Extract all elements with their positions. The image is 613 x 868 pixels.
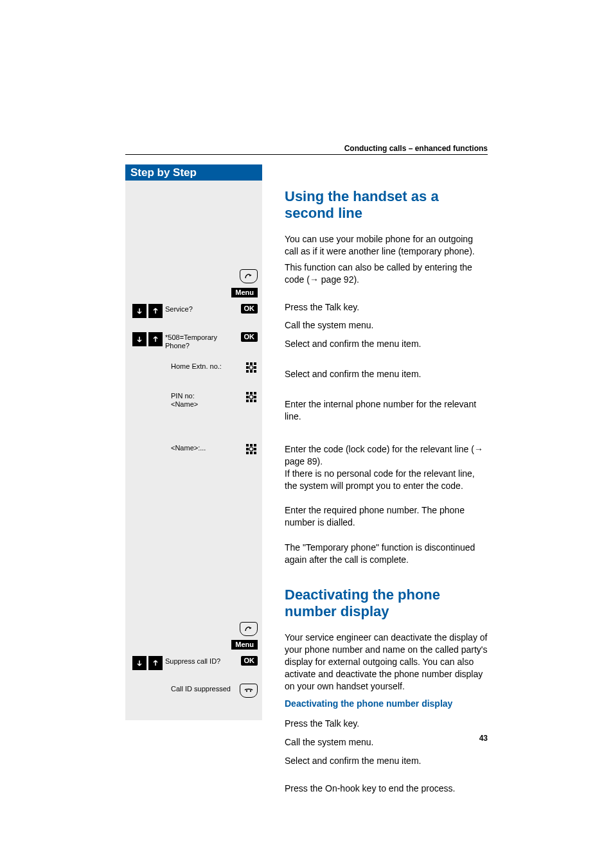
svg-rect-5	[246, 370, 249, 373]
display-text: PIN no: <Name>	[171, 391, 242, 409]
step-desc: Enter the code (lock code) for the relev…	[285, 443, 488, 492]
svg-rect-16	[254, 400, 256, 402]
up-arrow-icon	[148, 304, 163, 318]
section2-subhead: Deactivating the phone number display	[285, 698, 488, 709]
keypad-icon	[245, 391, 258, 403]
up-arrow-icon	[148, 332, 163, 346]
ok-badge: OK	[241, 332, 258, 342]
display-text: <Name>:...	[171, 443, 242, 452]
svg-rect-13	[254, 396, 256, 398]
ok-badge: OK	[241, 304, 258, 314]
text: page 89).	[285, 456, 323, 466]
display-text: Suppress call ID?	[165, 656, 238, 666]
display-text: Call ID suppressed	[171, 684, 237, 693]
step-desc: Call the system menu.	[285, 736, 488, 748]
text: Enter the code (lock code) for the relev…	[285, 444, 474, 454]
text: If there is no personal code for the rel…	[285, 468, 475, 491]
ok-badge: OK	[241, 656, 258, 666]
running-head: Conducting calls – enhanced functions	[285, 144, 488, 153]
step-desc: Call the system menu.	[285, 319, 488, 332]
svg-rect-25	[254, 452, 256, 454]
down-arrow-icon	[132, 656, 147, 670]
svg-rect-4	[254, 366, 256, 369]
on-hook-key-icon	[240, 684, 258, 698]
section1-heading: Using the handset as a second line	[285, 188, 488, 222]
step-desc: Press the Talk key.	[285, 301, 488, 314]
step-desc: Enter the required phone number. The pho…	[285, 504, 488, 529]
svg-rect-23	[246, 452, 249, 454]
svg-point-26	[249, 447, 253, 451]
step-desc: Select and confirm the menu item.	[285, 338, 488, 350]
svg-point-17	[249, 395, 253, 399]
svg-rect-2	[254, 362, 256, 365]
svg-rect-1	[250, 362, 253, 365]
svg-rect-22	[254, 448, 256, 450]
down-arrow-icon	[132, 304, 147, 318]
svg-rect-3	[246, 366, 249, 369]
page-number: 43	[479, 734, 488, 743]
svg-rect-15	[250, 400, 253, 402]
section2-intro: Your service engineer can deactivate the…	[285, 632, 488, 692]
keypad-icon	[245, 443, 258, 456]
svg-rect-10	[250, 392, 253, 394]
step-desc: Press the Talk key.	[285, 718, 488, 730]
keypad-icon	[245, 361, 258, 374]
up-arrow-icon	[148, 656, 163, 670]
svg-point-8	[249, 366, 253, 369]
menu-badge: Menu	[231, 288, 258, 297]
svg-rect-0	[246, 362, 249, 365]
section1-outro: The "Temporary phone" function is discon…	[285, 542, 488, 566]
svg-rect-11	[254, 392, 256, 394]
svg-rect-7	[254, 370, 256, 373]
section1-intro1: You can use your mobile phone for an out…	[285, 233, 488, 258]
section1-intro2: This function can also be called by ente…	[285, 261, 488, 286]
svg-rect-20	[254, 444, 256, 447]
header-rule	[125, 154, 488, 155]
svg-rect-9	[246, 392, 249, 394]
talk-key-icon	[240, 622, 258, 636]
step-desc: Select and confirm the menu item.	[285, 755, 488, 767]
display-text: Service?	[165, 304, 238, 314]
svg-rect-19	[250, 444, 253, 447]
step-desc: Press the On-hook key to end the process…	[285, 783, 488, 795]
step-desc: Select and confirm the menu item.	[285, 368, 488, 380]
svg-rect-24	[250, 452, 253, 454]
arrow-glyph: →	[474, 444, 483, 454]
down-arrow-icon	[132, 332, 147, 346]
svg-rect-18	[246, 444, 249, 447]
text: page 92).	[319, 274, 359, 285]
display-text: *508=Temporary Phone?	[165, 332, 238, 350]
arrow-glyph: →	[310, 274, 319, 285]
svg-rect-12	[246, 396, 249, 398]
svg-rect-21	[246, 448, 249, 450]
sidebar-title: Step by Step	[125, 164, 262, 181]
section2-heading: Deactivating the phone number display	[285, 587, 488, 620]
menu-badge: Menu	[231, 640, 258, 650]
talk-key-icon	[240, 269, 258, 283]
svg-rect-6	[250, 370, 253, 373]
step-desc: Enter the internal phone number for the …	[285, 398, 488, 423]
display-text: Home Extn. no.:	[171, 361, 242, 371]
svg-rect-14	[246, 400, 249, 402]
